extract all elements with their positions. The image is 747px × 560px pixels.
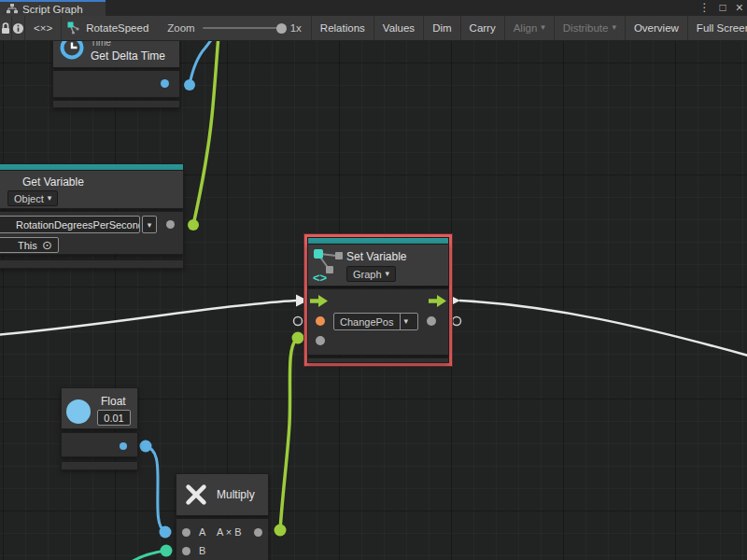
window-controls: ⋮ □ × bbox=[699, 0, 743, 16]
node-set-variable[interactable]: <> Set Variable Graph ChangePos bbox=[307, 237, 449, 363]
unconnected-port-ring[interactable] bbox=[453, 317, 461, 326]
window-maximize-icon[interactable]: □ bbox=[720, 0, 726, 16]
dim-button[interactable]: Dim bbox=[424, 16, 460, 40]
info-icon bbox=[12, 22, 24, 35]
port-label-result: A × B bbox=[217, 526, 242, 538]
wire-endpoint bbox=[160, 526, 172, 539]
set-variable-icon: <> bbox=[313, 247, 345, 283]
node-title: Multiply bbox=[217, 488, 255, 501]
node-footer bbox=[307, 357, 449, 363]
wire-endpoint bbox=[275, 525, 287, 537]
lock-icon bbox=[0, 22, 11, 35]
port-label-a: A bbox=[199, 526, 205, 538]
zoom-label: Zoom bbox=[167, 22, 194, 34]
variable-name-port[interactable] bbox=[316, 316, 325, 326]
info-button[interactable] bbox=[12, 16, 25, 40]
distribute-button[interactable]: Distribute bbox=[555, 16, 626, 40]
zoom-value: 1x bbox=[290, 22, 302, 34]
output-port-delta-time[interactable] bbox=[161, 79, 169, 88]
values-button[interactable]: Values bbox=[374, 16, 424, 40]
align-button[interactable]: Align bbox=[505, 16, 555, 40]
tab-bar: Script Graph ⋮ □ × bbox=[0, 0, 747, 16]
relations-button[interactable]: Relations bbox=[312, 16, 374, 40]
lock-button[interactable] bbox=[0, 16, 12, 40]
float-type-icon bbox=[66, 399, 91, 424]
variable-scope-dropdown[interactable]: Graph bbox=[346, 266, 396, 282]
tab-script-graph[interactable]: Script Graph bbox=[0, 0, 106, 16]
variable-name-dropdown-button[interactable] bbox=[142, 216, 157, 233]
zoom-slider[interactable] bbox=[203, 27, 283, 29]
value-wire-float[interactable] bbox=[146, 446, 164, 531]
node-footer bbox=[0, 259, 184, 269]
zoom-control: Zoom 1x bbox=[158, 16, 312, 40]
output-port-result[interactable] bbox=[254, 528, 262, 537]
output-port-float[interactable] bbox=[120, 442, 127, 450]
graph-breadcrumb[interactable]: RotateSpeed bbox=[62, 16, 158, 40]
fullscreen-button[interactable]: Full Screen bbox=[688, 16, 747, 40]
node-footer bbox=[61, 461, 138, 470]
node-get-variable[interactable]: Get Variable Object RotationDegreesPerSe… bbox=[0, 163, 184, 269]
window-close-icon[interactable]: × bbox=[736, 0, 743, 16]
window-menu-icon[interactable]: ⋮ bbox=[699, 0, 711, 16]
variable-scope-dropdown[interactable]: Object bbox=[7, 190, 58, 206]
wire-endpoint bbox=[188, 219, 199, 231]
flow-wire-left[interactable] bbox=[0, 301, 296, 335]
inspect-code-button[interactable]: <×> bbox=[25, 16, 62, 40]
value-wire-deltatime[interactable] bbox=[190, 41, 214, 85]
graph-canvas[interactable]: Time Get Delta Time Get Variable Object … bbox=[0, 41, 747, 560]
object-picker-icon[interactable] bbox=[42, 238, 52, 252]
node-title: Get Variable bbox=[22, 175, 84, 189]
svg-text:<>: <> bbox=[313, 271, 328, 283]
time-clock-icon bbox=[60, 41, 84, 60]
node-category: Time bbox=[91, 41, 111, 48]
node-title: Float bbox=[101, 395, 126, 408]
wire-endpoint bbox=[184, 79, 195, 91]
dropdown-caret-icon bbox=[400, 314, 414, 329]
node-title: Get Delta Time bbox=[91, 49, 165, 63]
node-float[interactable]: Float 0.01 bbox=[61, 387, 138, 471]
input-port-a[interactable] bbox=[182, 528, 190, 537]
flow-output-port[interactable] bbox=[429, 295, 446, 307]
code-brackets-icon: <×> bbox=[34, 22, 52, 34]
zoom-slider-handle[interactable] bbox=[276, 23, 287, 34]
float-value-input[interactable]: 0.01 bbox=[97, 410, 131, 426]
port-label-b: B bbox=[199, 545, 205, 556]
variable-name-field[interactable]: RotationDegreesPerSecond bbox=[0, 216, 140, 233]
node-multiply[interactable]: Multiply A A × B B bbox=[176, 473, 269, 560]
node-accent-bar bbox=[307, 237, 449, 244]
unity-visual-scripting-window: Script Graph ⋮ □ × <×> bbox=[0, 0, 747, 560]
flow-input-port[interactable] bbox=[310, 295, 328, 307]
output-port-value[interactable] bbox=[427, 316, 436, 326]
flow-wire-right-arrowhead bbox=[448, 295, 460, 307]
wire-endpoint bbox=[140, 441, 152, 453]
output-port-value[interactable] bbox=[166, 220, 175, 229]
node-get-delta-time[interactable]: Time Get Delta Time bbox=[52, 41, 180, 125]
graph-hierarchy-icon bbox=[7, 4, 18, 14]
unconnected-port-ring[interactable] bbox=[294, 317, 303, 326]
input-port-b[interactable] bbox=[182, 547, 190, 555]
graph-toolbar: <×> RotateSpeed Zoom 1x Relations Values… bbox=[0, 16, 747, 41]
node-title: Set Variable bbox=[346, 250, 406, 263]
target-object-field[interactable]: This bbox=[0, 237, 59, 253]
multiply-icon bbox=[183, 482, 209, 508]
script-graph-icon bbox=[67, 21, 80, 35]
flow-wire-right[interactable] bbox=[459, 301, 747, 357]
wire-endpoint bbox=[161, 545, 173, 557]
value-wire-multiply-result[interactable] bbox=[280, 340, 296, 530]
node-accent-bar bbox=[0, 163, 184, 170]
overview-button[interactable]: Overview bbox=[626, 16, 688, 40]
node-footer bbox=[52, 100, 180, 108]
carry-button[interactable]: Carry bbox=[461, 16, 505, 40]
graph-name: RotateSpeed bbox=[86, 22, 148, 34]
input-port-new-value[interactable] bbox=[316, 336, 325, 345]
value-wire-getvariable[interactable] bbox=[193, 41, 218, 225]
tab-title: Script Graph bbox=[22, 4, 83, 15]
wire-endpoint bbox=[292, 332, 304, 344]
variable-select-dropdown[interactable]: ChangePos bbox=[333, 313, 418, 330]
